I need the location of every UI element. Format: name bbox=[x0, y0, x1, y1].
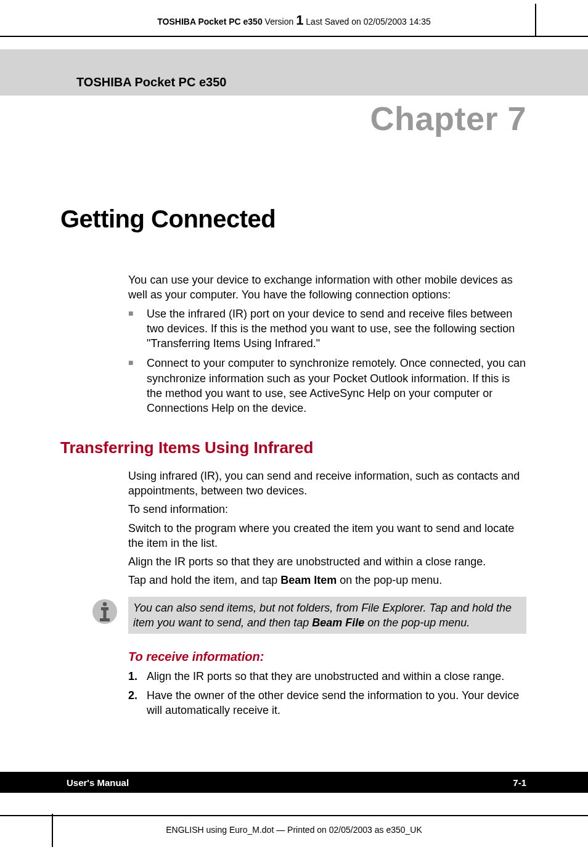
body-paragraph: Using infrared (IR), you can send and re… bbox=[128, 469, 526, 499]
bottom-print-line: ENGLISH using Euro_M.dot — Printed on 02… bbox=[0, 825, 588, 835]
subsection-heading: To receive information: bbox=[0, 634, 588, 664]
header-version-number: 1 bbox=[296, 12, 303, 28]
svg-rect-3 bbox=[104, 607, 107, 620]
note-bold: Beam File bbox=[312, 616, 364, 629]
page-header: TOSHIBA Pocket PC e350 Version 1 Last Sa… bbox=[0, 0, 588, 33]
body-paragraph: Tap and hold the item, and tap Beam Item… bbox=[128, 573, 526, 588]
list-item: Use the infrared (IR) port on your devic… bbox=[128, 306, 526, 351]
svg-rect-4 bbox=[100, 618, 110, 621]
chapter-label: Chapter 7 bbox=[0, 96, 588, 137]
list-item: Connect to your computer to synchronize … bbox=[128, 356, 526, 416]
numbered-steps: 1. Align the IR ports so that they are u… bbox=[0, 664, 588, 718]
chapter-heading: Getting Connected bbox=[0, 137, 588, 233]
header-saved: Last Saved on 02/05/2003 14:35 bbox=[303, 17, 430, 27]
footer-left: User's Manual bbox=[67, 777, 129, 788]
intro-content: You can use your device to exchange info… bbox=[0, 233, 588, 416]
footer-bar: User's Manual 7-1 bbox=[0, 772, 588, 793]
list-item: 1. Align the IR ports so that they are u… bbox=[128, 669, 526, 684]
document-page: TOSHIBA Pocket PC e350 Version 1 Last Sa… bbox=[0, 0, 588, 868]
header-product: TOSHIBA Pocket PC e350 bbox=[157, 17, 262, 27]
text-prefix: Tap and hold the item, and tap bbox=[128, 574, 280, 586]
top-divider bbox=[0, 36, 588, 37]
info-note-box: You can also send items, but not folders… bbox=[128, 597, 526, 634]
options-list: Use the infrared (IR) port on your devic… bbox=[128, 306, 526, 416]
info-icon bbox=[91, 598, 118, 625]
body-paragraph: To send information: bbox=[128, 502, 526, 517]
body-paragraph: Switch to the program where you created … bbox=[128, 521, 526, 551]
list-item: 2. Have the owner of the other device se… bbox=[128, 688, 526, 718]
step-number: 1. bbox=[128, 669, 137, 684]
info-note-row: You can also send items, but not folders… bbox=[91, 597, 526, 634]
decorative-rule-top bbox=[535, 4, 536, 36]
footer-right: 7-1 bbox=[513, 777, 526, 788]
header-version-label: Version bbox=[263, 17, 296, 27]
section-body: Using infrared (IR), you can send and re… bbox=[0, 457, 588, 588]
section-heading: Transferring Items Using Infrared bbox=[0, 421, 588, 457]
intro-paragraph: You can use your device to exchange info… bbox=[128, 272, 526, 303]
step-number: 2. bbox=[128, 688, 137, 703]
text-bold: Beam Item bbox=[280, 574, 337, 586]
note-suffix: on the pop-up menu. bbox=[364, 616, 470, 629]
gray-banner: TOSHIBA Pocket PC e350 bbox=[0, 49, 588, 96]
step-text: Align the IR ports so that they are unob… bbox=[147, 670, 504, 682]
body-paragraph: Align the IR ports so that they are unob… bbox=[128, 554, 526, 569]
footer-divider bbox=[0, 815, 588, 816]
step-text: Have the owner of the other device send … bbox=[147, 689, 519, 716]
svg-point-1 bbox=[103, 602, 107, 606]
text-suffix: on the pop-up menu. bbox=[337, 574, 442, 586]
banner-product-title: TOSHIBA Pocket PC e350 bbox=[0, 68, 588, 96]
